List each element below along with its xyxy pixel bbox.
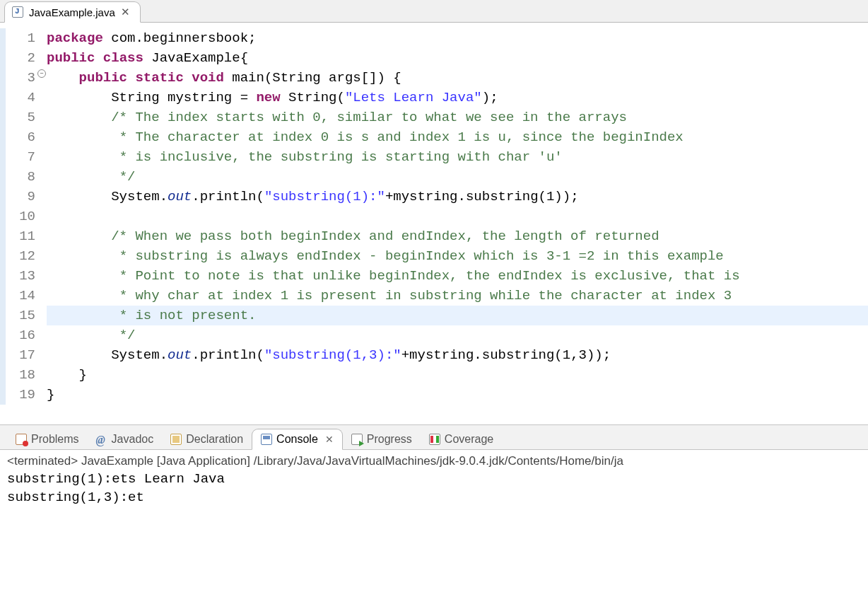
line-number: 3 — [6, 68, 35, 88]
line-number: 12 — [6, 246, 35, 266]
code-line[interactable]: * Point to note is that unlike beginInde… — [47, 266, 868, 286]
tab-java-example[interactable]: JavaExample.java ✕ — [4, 1, 141, 23]
view-tab-label: Console — [276, 433, 318, 446]
fold-toggle-icon[interactable]: – — [37, 69, 46, 78]
line-number: 15 — [6, 306, 35, 325]
close-icon[interactable]: ✕ — [121, 6, 130, 18]
line-number: 1 — [6, 28, 35, 48]
tab-javadoc[interactable]: @Javadoc — [88, 429, 163, 449]
tab-coverage[interactable]: Coverage — [421, 429, 502, 449]
code-editor[interactable]: – 12345678910111213141516171819 package … — [0, 23, 868, 417]
line-number: 16 — [6, 325, 35, 345]
line-number: 18 — [6, 365, 35, 385]
coverage-icon — [429, 434, 440, 445]
line-number: 5 — [6, 108, 35, 127]
tab-declaration[interactable]: Declaration — [162, 429, 252, 449]
console-icon — [261, 434, 272, 445]
code-line[interactable]: } — [47, 365, 868, 385]
line-number: 10 — [6, 207, 35, 226]
view-tab-label: Declaration — [186, 433, 243, 446]
code-line[interactable]: public class JavaExample{ — [47, 48, 868, 68]
code-body[interactable]: package com.beginnersbook;public class J… — [42, 28, 868, 405]
console-output[interactable]: substring(1):ets Learn Java substring(1,… — [0, 470, 868, 514]
view-tab-label: Javadoc — [112, 433, 154, 446]
view-tab-label: Coverage — [445, 433, 493, 446]
annotation-ruler — [0, 28, 6, 405]
declaration-icon — [170, 434, 182, 445]
line-number: 2 — [6, 48, 35, 68]
line-number: 17 — [6, 345, 35, 365]
line-number: 6 — [6, 127, 35, 147]
close-icon[interactable]: ✕ — [325, 434, 334, 445]
code-line[interactable]: */ — [47, 325, 868, 345]
code-line[interactable]: * is not present. — [47, 306, 868, 325]
code-line[interactable]: /* When we pass both beginIndex and endI… — [47, 226, 868, 246]
progress-icon — [351, 434, 363, 445]
code-line[interactable]: * substring is always endIndex - beginIn… — [47, 246, 868, 266]
tab-problems[interactable]: Problems — [7, 429, 88, 449]
line-number-gutter: – 12345678910111213141516171819 — [6, 28, 42, 405]
editor-tab-label: JavaExample.java — [29, 6, 115, 18]
code-line[interactable]: /* The index starts with 0, similar to w… — [47, 108, 868, 127]
tab-console[interactable]: Console✕ — [252, 429, 343, 450]
line-number: 19 — [6, 385, 35, 405]
code-line[interactable]: String mystring = new String("Lets Learn… — [47, 88, 868, 108]
line-number: 13 — [6, 266, 35, 286]
javadoc-icon: @ — [96, 434, 107, 445]
line-number: 11 — [6, 226, 35, 246]
line-number: 7 — [6, 147, 35, 167]
views-tab-row: Problems@JavadocDeclarationConsole✕Progr… — [0, 424, 868, 450]
editor-tab-row: JavaExample.java ✕ — [0, 0, 868, 23]
code-line[interactable]: public static void main(String args[]) { — [47, 68, 868, 88]
code-line[interactable]: System.out.println("substring(1):"+mystr… — [47, 187, 868, 207]
line-number: 9 — [6, 187, 35, 207]
line-number: 4 — [6, 88, 35, 108]
code-line[interactable]: */ — [47, 167, 868, 187]
code-line[interactable]: * The character at index 0 is s and inde… — [47, 127, 868, 147]
view-tab-label: Progress — [367, 433, 412, 446]
code-line[interactable]: } — [47, 385, 868, 405]
code-line[interactable] — [47, 207, 868, 226]
code-line[interactable]: package com.beginnersbook; — [47, 28, 868, 48]
code-line[interactable]: System.out.println("substring(1,3):"+mys… — [47, 345, 868, 365]
code-line[interactable]: * why char at index 1 is present in subs… — [47, 286, 868, 306]
code-line[interactable]: * is inclusive, the substring is startin… — [47, 147, 868, 167]
problems-icon — [16, 434, 27, 445]
console-status-line: <terminated> JavaExample [Java Applicati… — [0, 450, 868, 470]
line-number: 8 — [6, 167, 35, 187]
tab-progress[interactable]: Progress — [343, 429, 421, 449]
java-file-icon — [12, 6, 23, 18]
line-number: 14 — [6, 286, 35, 306]
view-tab-label: Problems — [31, 433, 79, 446]
